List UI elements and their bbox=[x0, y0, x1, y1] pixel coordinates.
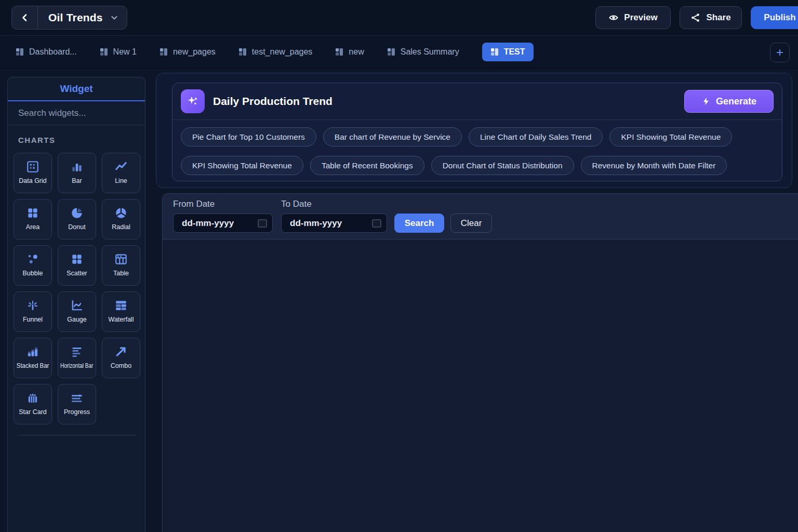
tile-label: Progress bbox=[64, 408, 90, 416]
to-date-input[interactable]: dd-mm-yyyy bbox=[281, 214, 387, 233]
widget-tile-line[interactable]: Line bbox=[102, 153, 140, 193]
from-date-value: dd-mm-yyyy bbox=[182, 218, 234, 229]
widget-tile-bar[interactable]: Bar bbox=[58, 153, 96, 193]
tile-label: Data Grid bbox=[19, 177, 47, 184]
suggestion-chip-pie-top-customers[interactable]: Pie Chart for Top 10 Customers bbox=[181, 127, 316, 147]
tab-test-new-pages[interactable]: test_new_pages bbox=[238, 47, 313, 57]
tile-label: Radial bbox=[112, 223, 130, 231]
chevron-down-icon[interactable] bbox=[110, 14, 118, 22]
widget-search-input[interactable] bbox=[18, 108, 135, 118]
to-date-label: To Date bbox=[281, 199, 312, 209]
from-date-input[interactable]: dd-mm-yyyy bbox=[173, 214, 273, 233]
suggestion-chip-revenue-by-month[interactable]: Revenue by Month with Date Filter bbox=[581, 156, 727, 175]
share-button[interactable]: Share bbox=[680, 6, 742, 29]
sidebar-tab-widget[interactable]: Widget bbox=[8, 77, 145, 101]
tab-sales-summary[interactable]: Sales Summary bbox=[387, 47, 459, 57]
widget-tile-radial[interactable]: Radial bbox=[102, 199, 140, 240]
bolt-icon bbox=[701, 97, 711, 106]
dashboard-widget-panel: From Date To Date dd-mm-yyyy dd-mm-yyyy … bbox=[162, 193, 798, 532]
widget-sidebar: Widget CHARTS Data Grid Bar Line Area Do… bbox=[7, 77, 145, 532]
suggestion-chip-kpi-total-revenue-1[interactable]: KPI Showing Total Revenue bbox=[609, 127, 732, 147]
widget-tile-combo[interactable]: Combo bbox=[102, 338, 140, 378]
filter-clear-button[interactable]: Clear bbox=[450, 214, 492, 233]
widget-tile-area[interactable]: Area bbox=[14, 199, 52, 240]
suggestion-chip-kpi-total-revenue-2[interactable]: KPI Showing Total Revenue bbox=[181, 156, 303, 175]
preview-button[interactable]: Preview bbox=[595, 6, 671, 29]
widget-tile-progress[interactable]: Progress bbox=[58, 384, 96, 424]
publish-button[interactable]: Publish bbox=[751, 6, 798, 29]
tab-dashboard[interactable]: Dashboard... bbox=[16, 47, 77, 57]
suggestion-row-2: KPI Showing Total Revenue Table of Recen… bbox=[172, 156, 782, 175]
pages-tab-bar: Dashboard... New 1 new_pages test_new_pa… bbox=[0, 35, 798, 69]
suggestion-chip-bar-revenue-service[interactable]: Bar chart of Revenue by Service bbox=[323, 127, 462, 147]
generate-button[interactable]: Generate bbox=[684, 90, 774, 113]
tab-new[interactable]: new bbox=[335, 47, 364, 57]
preview-label: Preview bbox=[624, 12, 657, 23]
widget-tile-scatter[interactable]: Scatter bbox=[58, 245, 96, 286]
suggestion-chip-donut-status[interactable]: Donut Chart of Status Distribution bbox=[431, 156, 574, 175]
generate-label: Generate bbox=[716, 96, 756, 107]
widget-tile-gauge[interactable]: Gauge bbox=[58, 291, 96, 332]
top-bar: Oil Trends Preview Share Publish bbox=[0, 0, 798, 35]
calendar-icon[interactable] bbox=[372, 219, 381, 228]
date-filter-row: From Date To Date dd-mm-yyyy dd-mm-yyyy … bbox=[163, 194, 798, 240]
tab-label: Sales Summary bbox=[401, 47, 459, 57]
widget-tile-horizontal-bar[interactable]: Horizontal Bar bbox=[58, 338, 96, 378]
widget-tile-data-grid[interactable]: Data Grid bbox=[14, 153, 52, 193]
chevron-left-icon bbox=[20, 12, 30, 23]
charts-section-title: CHARTS bbox=[18, 136, 145, 144]
widget-tile-funnel[interactable]: Funnel bbox=[14, 291, 52, 332]
tab-new-pages[interactable]: new_pages bbox=[159, 47, 216, 57]
widget-tile-table[interactable]: Table bbox=[102, 245, 140, 286]
from-date-label: From Date bbox=[173, 199, 215, 209]
back-button[interactable] bbox=[12, 6, 38, 29]
board-title-group: Oil Trends bbox=[11, 6, 127, 30]
line-chart-icon bbox=[114, 160, 128, 174]
horizontal-bar-icon bbox=[70, 345, 84, 358]
widget-canvas[interactable] bbox=[163, 240, 798, 532]
tile-label: Scatter bbox=[66, 270, 87, 277]
share-label: Share bbox=[706, 12, 730, 23]
widget-search-row bbox=[8, 101, 145, 125]
widget-tile-stacked-bar[interactable]: Stacked Bar bbox=[14, 338, 52, 378]
tile-label: Bar bbox=[72, 177, 82, 184]
progress-icon bbox=[70, 391, 84, 405]
sidebar-divider bbox=[17, 435, 136, 435]
star-card-icon bbox=[26, 391, 39, 405]
stacked-bar-icon bbox=[26, 345, 39, 358]
to-date-value: dd-mm-yyyy bbox=[290, 218, 342, 229]
widget-tile-waterfall[interactable]: Waterfall bbox=[102, 291, 140, 332]
tile-label: Waterfall bbox=[109, 316, 134, 323]
generator-prompt-input[interactable] bbox=[213, 95, 676, 108]
tile-label: Star Card bbox=[19, 408, 47, 416]
calendar-icon[interactable] bbox=[258, 219, 267, 228]
widget-tile-donut[interactable]: Donut bbox=[58, 199, 96, 240]
tab-label: new_pages bbox=[173, 47, 216, 57]
generator-container: Generate Pie Chart for Top 10 Customers … bbox=[156, 73, 792, 188]
tile-label: Table bbox=[113, 270, 129, 277]
widget-tile-grid: Data Grid Bar Line Area Donut Radial Bub… bbox=[14, 153, 140, 424]
page-title: Oil Trends bbox=[38, 11, 110, 24]
tile-label: Horizontal Bar bbox=[60, 362, 93, 369]
widget-tile-bubble[interactable]: Bubble bbox=[14, 245, 52, 286]
bubble-chart-icon bbox=[26, 252, 39, 266]
generator-panel: Generate Pie Chart for Top 10 Customers … bbox=[172, 83, 782, 181]
add-page-button[interactable]: + bbox=[770, 43, 790, 62]
share-icon bbox=[690, 12, 701, 23]
suggestion-chip-table-recent-bookings[interactable]: Table of Recent Bookings bbox=[310, 156, 424, 175]
suggestion-chip-line-daily-sales[interactable]: Line Chart of Daily Sales Trend bbox=[469, 127, 603, 147]
tab-new-1[interactable]: New 1 bbox=[100, 47, 137, 57]
combo-chart-icon bbox=[114, 345, 128, 358]
suggestion-row-1: Pie Chart for Top 10 Customers Bar chart… bbox=[172, 127, 782, 147]
filter-search-button[interactable]: Search bbox=[394, 214, 444, 233]
ai-sparkles-icon bbox=[181, 89, 205, 113]
tab-label: TEST bbox=[504, 47, 525, 57]
data-grid-icon bbox=[26, 160, 39, 174]
tile-label: Bubble bbox=[23, 270, 43, 277]
widget-tile-star-card[interactable]: Star Card bbox=[14, 384, 52, 424]
tab-label: New 1 bbox=[113, 47, 137, 57]
tab-test[interactable]: TEST bbox=[482, 43, 534, 61]
tile-label: Donut bbox=[68, 223, 85, 231]
radial-chart-icon bbox=[114, 206, 128, 220]
tab-label: new bbox=[349, 47, 364, 57]
